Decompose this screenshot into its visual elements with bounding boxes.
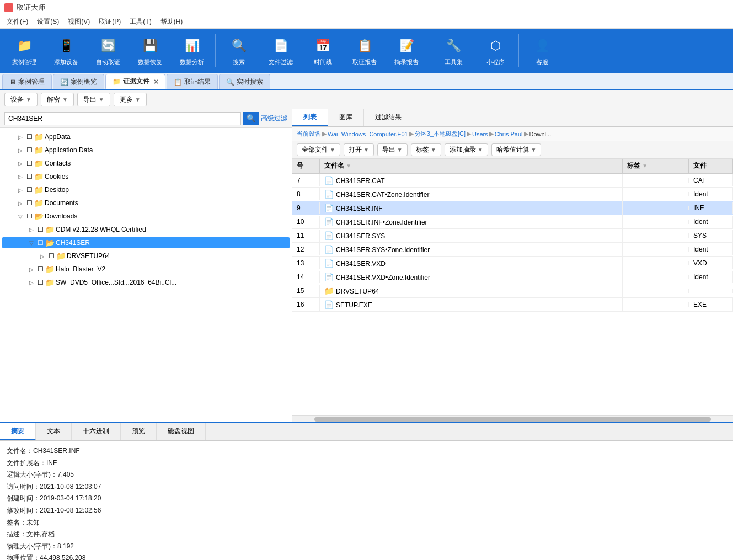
expand-appdata[interactable]: ▷ [17,134,24,140]
expand-downloads[interactable]: ▽ [17,214,24,220]
case-mgmt-button[interactable]: 📁 案例管理 [4,31,44,70]
check-cdm[interactable]: ☐ [36,226,44,233]
menu-settings[interactable]: 设置(S) [33,16,63,28]
check-documents[interactable]: ☐ [25,199,33,207]
expand-contacts[interactable]: ▷ [17,161,24,167]
table-row[interactable]: 11 📄CH341SER.SYS SYS [292,229,733,243]
expand-sw-dvd5[interactable]: ▷ [28,280,35,286]
horizontal-scrollbar-thumb[interactable] [314,417,711,422]
horizontal-scrollbar[interactable] [292,415,733,422]
tree-row-contacts[interactable]: ▷ ☐ 📁 Contacts [2,158,290,169]
tab-case-overview[interactable]: 🔄 案例概览 [53,74,104,89]
view-tab-filter-result[interactable]: 过滤结果 [364,109,413,126]
export-btn[interactable]: 导出 ▼ [77,93,110,106]
menu-file[interactable]: 文件(F) [2,16,33,28]
data-recovery-button[interactable]: 💾 数据恢复 [130,31,170,70]
expand-halo-blaster[interactable]: ▷ [28,266,35,273]
tree-row-halo-blaster[interactable]: ▷ ☐ 📁 Halo_Blaster_V2 [2,264,290,275]
table-row[interactable]: 7 📄CH341SER.CAT CAT [292,174,733,188]
file-filter-button[interactable]: 📄 文件过滤 [261,31,301,70]
tree-row-downloads[interactable]: ▽ ☐ 📂 Downloads [2,211,290,222]
menu-collect[interactable]: 取证(P) [94,16,125,28]
file-filter-label: 文件过滤 [269,58,293,66]
expand-cookies[interactable]: ▷ [17,174,24,180]
export-file-btn[interactable]: 导出 ▼ [377,143,408,156]
table-row[interactable]: 15 📁DRVSETUP64 [292,284,733,298]
tree-row-drvsetup64[interactable]: ▷ ☐ 📁 DRVSETUP64 [2,250,290,262]
table-row[interactable]: 9 📄CH341SER.INF INF [292,201,733,215]
tree-row-cookies[interactable]: ▷ ☐ 📁 Cookies [2,171,290,182]
check-desktop[interactable]: ☐ [25,186,33,194]
tab-evidence[interactable]: 📁 证据文件 × [105,74,165,89]
timeline-button[interactable]: 📅 时间线 [303,31,343,70]
tree-row-sw-dvd5[interactable]: ▷ ☐ 📁 SW_DVD5_Office...Std...2016_64Bi..… [2,277,290,288]
breadcrumb-current-device[interactable]: 当前设备 [297,130,321,138]
tree-row-documents[interactable]: ▷ ☐ 📁 Documents [2,198,290,209]
menu-view[interactable]: 视图(V) [63,16,94,28]
menu-tools[interactable]: 工具(T) [125,16,156,28]
check-downloads[interactable]: ☐ [25,212,33,220]
toolset-button[interactable]: 🔧 工具集 [434,31,473,70]
tree-row-appdata-app[interactable]: ▷ ☐ 📁 Application Data [2,145,290,156]
bottom-tab-text[interactable]: 文本 [36,423,72,440]
view-tab-gallery[interactable]: 图库 [328,109,364,126]
breadcrumb-partition[interactable]: 分区3_本地磁盘[C] [415,130,466,138]
service-button[interactable]: 👤 客服 [522,31,562,70]
table-row[interactable]: 12 📄CH341SER.SYS•Zone.Identifier Ident [292,243,733,257]
check-appdata[interactable]: ☐ [25,133,33,141]
bottom-tab-hex[interactable]: 十六进制 [72,423,121,440]
check-cookies[interactable]: ☐ [25,173,33,180]
view-tab-list[interactable]: 列表 [292,109,328,126]
filter-advanced-link[interactable]: 高级过滤 [261,114,287,123]
more-btn[interactable]: 更多 ▼ [114,93,147,106]
all-files-btn[interactable]: 全部文件 ▼ [297,143,340,156]
tree-row-desktop[interactable]: ▷ ☐ 📁 Desktop [2,184,290,195]
tab-case-mgmt[interactable]: 🖥 案例管理 [2,74,52,89]
menu-help[interactable]: 帮助(H) [156,16,188,28]
open-btn[interactable]: 打开 ▼ [344,143,374,156]
check-contacts[interactable]: ☐ [25,159,33,167]
check-appdata-app[interactable]: ☐ [25,146,33,154]
bottom-tab-preview[interactable]: 预览 [121,423,157,440]
check-sw-dvd5[interactable]: ☐ [36,279,44,286]
bottom-tab-summary[interactable]: 摘要 [0,423,36,440]
breadcrumb-chris-paul[interactable]: Chris Paul [495,131,523,137]
table-row[interactable]: 14 📄CH341SER.VXD•Zone.Identifier Ident [292,270,733,284]
expand-appdata-app[interactable]: ▷ [17,147,24,153]
bottom-tab-disk-view[interactable]: 磁盘视图 [157,423,206,440]
evidence-tab-close[interactable]: × [154,77,158,86]
table-row[interactable]: 16 📄SETUP.EXE EXE [292,298,733,312]
table-row[interactable]: 8 📄CH341SER.CAT•Zone.Identifier Ident [292,188,733,201]
table-row[interactable]: 13 📄CH341SER.VXD VXD [292,257,733,270]
device-btn[interactable]: 设备 ▼ [4,93,38,106]
tag-btn[interactable]: 标签 ▼ [411,143,441,156]
extract-report-button[interactable]: 📝 摘录报告 [387,31,426,70]
check-drvsetup64[interactable]: ☐ [47,252,55,260]
data-analysis-button[interactable]: 📊 数据分析 [172,31,212,70]
add-excerpt-btn[interactable]: 添加摘录 ▼ [445,143,488,156]
tab-collect-result[interactable]: 📋 取证结果 [167,74,218,89]
expand-documents[interactable]: ▷ [17,200,24,206]
collect-report-button[interactable]: 📋 取证报告 [345,31,384,70]
expand-cdm[interactable]: ▷ [28,227,35,233]
tab-realtime-search[interactable]: 🔍 实时搜索 [219,74,270,89]
expand-desktop[interactable]: ▷ [17,187,24,193]
breadcrumb-device-name[interactable]: Wai_Windows_Computer.E01 [328,131,408,137]
filter-input[interactable] [4,112,241,125]
add-device-button[interactable]: 📱 添加设备 [46,31,86,70]
tree-row-cdm[interactable]: ▷ ☐ 📁 CDM v2.12.28 WHQL Certified [2,224,290,235]
tree-row-appdata[interactable]: ▷ ☐ 📁 AppData [2,131,290,142]
expand-ch341ser[interactable]: ▽ [28,240,35,246]
tree-row-ch341ser[interactable]: ▽ ☐ 📂 CH341SER [2,237,290,248]
breadcrumb-users[interactable]: Users [472,131,488,137]
auto-collect-button[interactable]: 🔄 自动取证 [88,31,128,70]
filter-search-button[interactable]: 🔍 [243,112,259,125]
check-ch341ser[interactable]: ☐ [36,239,44,247]
decrypt-btn[interactable]: 解密 ▼ [41,93,74,106]
table-row[interactable]: 10 📄CH341SER.INF•Zone.Identifier Ident [292,215,733,229]
mini-app-button[interactable]: ⬡ 小程序 [475,31,515,70]
search-button[interactable]: 🔍 搜索 [219,31,259,70]
check-halo-blaster[interactable]: ☐ [36,265,44,273]
expand-drvsetup64[interactable]: ▷ [39,253,46,259]
hash-calc-btn[interactable]: 哈希值计算 ▼ [491,143,542,156]
